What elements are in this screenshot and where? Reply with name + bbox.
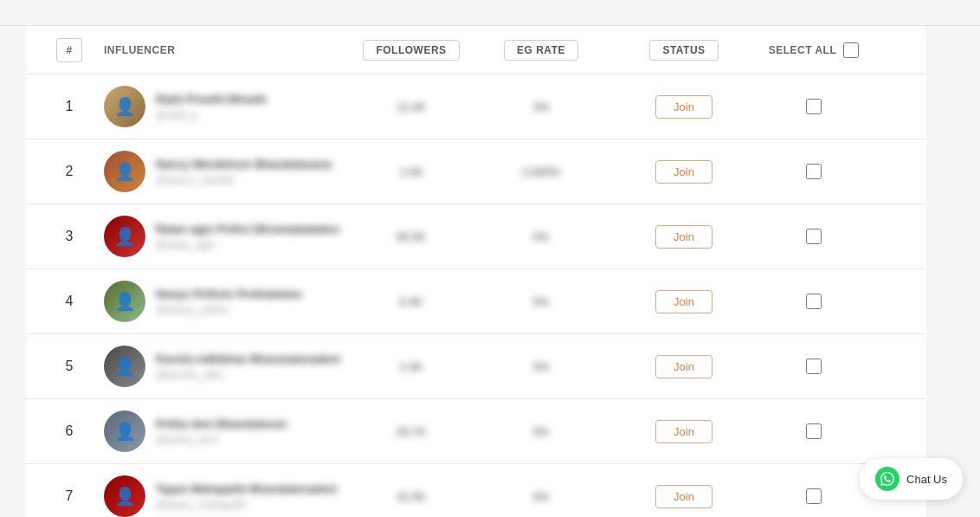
more-options-cell-6[interactable]: More Options xyxy=(866,425,926,438)
avatar-7: 👤 xyxy=(104,475,145,517)
checkbox-cell-6[interactable] xyxy=(762,423,866,439)
more-options-cell-1[interactable]: More Options xyxy=(866,100,926,113)
row-checkbox-4[interactable] xyxy=(806,294,822,309)
checkbox-cell-4[interactable] xyxy=(762,294,866,309)
influencer-info-4: Neeyo Prithviv Prethaledon @neeyo_prithv… xyxy=(156,288,302,316)
more-options-cell-4[interactable]: More Options xyxy=(866,295,926,308)
join-button-6[interactable]: Join xyxy=(655,420,712,443)
checkbox-cell-3[interactable] xyxy=(762,229,866,244)
followers-button[interactable]: FOLLOWERS xyxy=(363,40,459,61)
more-options-cell-5[interactable]: More Options xyxy=(866,360,926,373)
status-cell-2[interactable]: Join xyxy=(606,160,762,184)
table-row: 3 👤 Ratan agin Prithvi Bhramabaladon @ra… xyxy=(26,204,926,269)
join-button-7[interactable]: Join xyxy=(655,485,712,508)
row-checkbox-3[interactable] xyxy=(806,229,822,244)
followers-cell-7: 42.3K xyxy=(346,490,476,503)
followers-cell-1: 12.4K xyxy=(346,100,476,113)
eg-rate-cell-2: 2,000% xyxy=(476,165,606,178)
eg-rate-button[interactable]: EG RATE xyxy=(504,40,578,61)
influencer-name-1: Rathi Preethi Bhvath xyxy=(156,93,267,106)
join-button-1[interactable]: Join xyxy=(655,95,712,119)
followers-cell-2: 2.4K xyxy=(346,165,476,178)
status-cell-3[interactable]: Join xyxy=(606,225,762,249)
header-influencer: INFLUENCER xyxy=(104,44,346,56)
influencer-info-7: Tapan Mahapathi Bharatalevadeni @tapan_m… xyxy=(156,482,337,511)
row-number-2: 2 xyxy=(35,164,104,179)
checkbox-cell-2[interactable] xyxy=(762,164,866,179)
top-bar xyxy=(0,0,980,26)
followers-cell-6: 26.7K xyxy=(346,425,476,438)
influencer-cell-5: 👤 Parvita Adhibhav Bharanalevadeni @parv… xyxy=(104,346,346,387)
eg-rate-cell-7: 5% xyxy=(476,490,606,503)
header-followers[interactable]: FOLLOWERS xyxy=(346,40,476,61)
followers-cell-3: 60.5K xyxy=(346,230,476,243)
more-options-cell-3[interactable]: More Options xyxy=(866,230,926,243)
influencer-info-6: Pritha devi Bharatalevan @pritha_devi xyxy=(156,417,287,446)
join-button-2[interactable]: Join xyxy=(655,160,712,184)
header-eg-rate[interactable]: EG RATE xyxy=(476,40,606,61)
influencer-info-2: Nancy Mendelson Bharatalavana @nancy_men… xyxy=(156,158,332,186)
influencer-name-5: Parvita Adhibhav Bharanalevadeni xyxy=(156,352,340,365)
header-status[interactable]: STATUS xyxy=(606,40,762,61)
row-number-4: 4 xyxy=(35,294,104,309)
table-row: 4 👤 Neeyo Prithviv Prethaledon @neeyo_pr… xyxy=(26,269,926,334)
row-checkbox-7[interactable] xyxy=(806,488,822,504)
eg-rate-cell-5: 5% xyxy=(476,360,606,373)
checkbox-cell-5[interactable] xyxy=(762,359,866,374)
influencer-cell-3: 👤 Ratan agin Prithvi Bhramabaladon @rata… xyxy=(104,216,346,257)
influencer-info-3: Ratan agin Prithvi Bhramabaladon @ratan_… xyxy=(156,223,339,251)
status-button[interactable]: STATUS xyxy=(649,40,718,61)
influencer-name-2: Nancy Mendelson Bharatalavana xyxy=(156,158,332,171)
checkbox-cell-7[interactable] xyxy=(762,488,866,504)
join-button-4[interactable]: Join xyxy=(655,290,712,313)
row-checkbox-5[interactable] xyxy=(806,359,822,374)
influencer-handle-7: @tapan_mahapathi xyxy=(156,499,337,511)
row-checkbox-6[interactable] xyxy=(806,423,822,439)
table-header: # INFLUENCER FOLLOWERS EG RATE STATUS SE… xyxy=(26,26,926,74)
row-checkbox-1[interactable] xyxy=(806,99,822,114)
influencer-cell-7: 👤 Tapan Mahapathi Bharatalevadeni @tapan… xyxy=(104,475,346,517)
followers-cell-4: 6.4K xyxy=(346,295,476,308)
status-cell-6[interactable]: Join xyxy=(606,420,762,443)
whatsapp-icon xyxy=(875,467,899,491)
join-button-5[interactable]: Join xyxy=(655,355,712,378)
table-row: 5 👤 Parvita Adhibhav Bharanalevadeni @pa… xyxy=(26,334,926,399)
status-cell-7[interactable]: Join xyxy=(606,485,762,508)
join-button-3[interactable]: Join xyxy=(655,225,712,249)
avatar-4: 👤 xyxy=(104,281,145,322)
eg-rate-cell-4: 5% xyxy=(476,295,606,308)
influencer-handle-6: @pritha_devi xyxy=(156,434,287,446)
row-number-6: 6 xyxy=(35,423,104,439)
status-cell-5[interactable]: Join xyxy=(606,355,762,378)
influencer-cell-4: 👤 Neeyo Prithviv Prethaledon @neeyo_prit… xyxy=(104,281,346,322)
hash-box: # xyxy=(56,38,82,62)
row-number-1: 1 xyxy=(35,99,104,114)
influencer-name-4: Neeyo Prithviv Prethaledon xyxy=(156,288,302,301)
influencer-cell-1: 👤 Rathi Preethi Bhvath @rathi_p xyxy=(104,86,346,127)
chat-us-bubble[interactable]: Chat Us xyxy=(860,458,963,500)
checkbox-cell-1[interactable] xyxy=(762,99,866,114)
status-cell-1[interactable]: Join xyxy=(606,95,762,119)
influencer-header-label: INFLUENCER xyxy=(104,44,175,56)
influencer-name-7: Tapan Mahapathi Bharatalevadeni xyxy=(156,482,337,495)
eg-rate-cell-6: 5% xyxy=(476,425,606,438)
eg-rate-cell-3: 5% xyxy=(476,230,606,243)
select-all-checkbox[interactable] xyxy=(843,42,859,58)
avatar-2: 👤 xyxy=(104,151,145,192)
table-row: 7 👤 Tapan Mahapathi Bharatalevadeni @tap… xyxy=(26,464,926,517)
table-body: 1 👤 Rathi Preethi Bhvath @rathi_p 12.4K … xyxy=(26,74,926,517)
influencer-cell-6: 👤 Pritha devi Bharatalevan @pritha_devi xyxy=(104,410,346,452)
status-cell-4[interactable]: Join xyxy=(606,290,762,313)
avatar-6: 👤 xyxy=(104,410,145,452)
influencer-handle-4: @neeyo_prithvi xyxy=(156,304,302,316)
influencer-handle-1: @rathi_p xyxy=(156,109,267,121)
row-checkbox-2[interactable] xyxy=(806,164,822,179)
table-row: 2 👤 Nancy Mendelson Bharatalavana @nancy… xyxy=(26,139,926,204)
influencer-info-5: Parvita Adhibhav Bharanalevadeni @parvit… xyxy=(156,352,340,381)
hash-label: # xyxy=(66,44,72,56)
row-number-7: 7 xyxy=(35,488,104,504)
influencer-info-1: Rathi Preethi Bhvath @rathi_p xyxy=(156,93,267,121)
influencer-table: # INFLUENCER FOLLOWERS EG RATE STATUS SE… xyxy=(26,26,926,517)
more-options-cell-2[interactable]: More Options xyxy=(866,165,926,178)
chat-us-label: Chat Us xyxy=(906,473,947,486)
